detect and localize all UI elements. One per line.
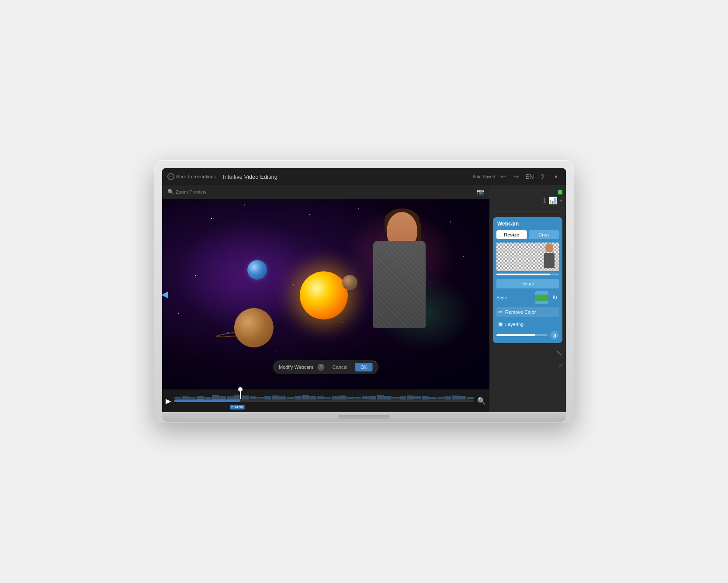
modify-webcam-bar: Modify Webcam ? Cancel OK xyxy=(273,360,379,374)
style-row: Style ↻ xyxy=(496,291,559,304)
tab-crop[interactable]: Crop xyxy=(529,230,559,239)
app-window: ↩ Back to recordings Intuitive Video Edi… xyxy=(162,168,566,412)
remove-color-label: Remove Color xyxy=(505,309,536,315)
screen-bezel: ↩ Back to recordings Intuitive Video Edi… xyxy=(162,168,566,412)
laptop-body: ↩ Back to recordings Intuitive Video Edi… xyxy=(154,160,574,423)
trackpad-notch xyxy=(338,415,390,419)
help-button[interactable]: ? xyxy=(538,172,548,181)
search-icon: 🔍 xyxy=(167,189,174,195)
timeline-bar xyxy=(174,399,474,402)
reset-button[interactable]: Reset xyxy=(496,279,559,288)
lang-selector[interactable]: EN xyxy=(525,172,534,181)
webcam-panel-title: Webcam xyxy=(496,221,559,227)
chart-icon[interactable]: 📊 xyxy=(548,196,557,205)
redo-button[interactable]: ↪ xyxy=(512,172,521,181)
undo-button[interactable]: ↩ xyxy=(499,172,508,181)
resize-cursor-icon[interactable]: ⤡ xyxy=(556,348,562,358)
back-button[interactable]: ↩ Back to recordings xyxy=(167,173,216,180)
size-slider[interactable] xyxy=(496,274,559,275)
zoom-preview-label: Zoom Preview xyxy=(176,189,206,194)
zoom-preview-control[interactable]: 🔍 Zoom Preview xyxy=(167,189,206,195)
modify-webcam-label: Modify Webcam xyxy=(279,364,313,370)
webcam-preview xyxy=(496,243,559,271)
green-status-dot xyxy=(558,190,562,194)
timeline: ▶ xyxy=(162,389,489,412)
person-shirt-pattern xyxy=(373,241,426,328)
layering-icon: ▣ xyxy=(498,321,503,327)
cancel-button[interactable]: Cancel xyxy=(329,363,351,371)
back-label: Back to recordings xyxy=(176,174,216,179)
opacity-row: ◑ xyxy=(496,331,559,340)
panel-icon-row-top xyxy=(493,190,562,194)
panel-icon-row-2: ℹ 📊 ▾ xyxy=(493,196,562,205)
remove-color-row[interactable]: ✂ Remove Color xyxy=(496,307,559,317)
tab-resize[interactable]: Resize xyxy=(496,230,527,239)
timeline-track[interactable]: 0:14.56 xyxy=(174,393,474,409)
chevron-down-icon[interactable]: ▾ xyxy=(560,198,562,204)
back-icon: ↩ xyxy=(167,173,174,180)
video-canvas: ◀ Modify Webcam ? Cancel OK xyxy=(162,199,489,389)
autosaved-label: Auto Saved xyxy=(472,174,495,179)
style-thumb-green xyxy=(535,295,548,301)
camera-button[interactable]: 📷 xyxy=(477,188,484,195)
saturn-planet xyxy=(234,308,274,347)
style-label: Style xyxy=(496,295,533,300)
title-bar-right: Auto Saved ↩ ↪ EN ? ▾ xyxy=(472,172,561,181)
preview-person xyxy=(541,243,557,270)
layering-label: Layering xyxy=(505,322,523,327)
ok-button[interactable]: OK xyxy=(355,363,373,371)
laptop-base xyxy=(162,412,566,422)
right-panel: ℹ 📊 ▾ Webcam Resize C xyxy=(489,185,566,412)
video-toolbar: 🔍 Zoom Preview 📷 xyxy=(162,185,489,199)
menu-button[interactable]: ▾ xyxy=(551,172,561,181)
webcam-card: Webcam Resize Crop xyxy=(493,217,562,343)
refresh-icon[interactable]: ↻ xyxy=(551,294,559,302)
timeline-search-icon[interactable]: 🔍 xyxy=(477,397,486,405)
video-area: 🔍 Zoom Preview 📷 xyxy=(162,185,489,412)
main-content: 🔍 Zoom Preview 📷 xyxy=(162,185,566,412)
app-title: Intuitive Video Editing xyxy=(223,174,472,180)
preview-body xyxy=(544,253,555,268)
blue-planet xyxy=(247,260,267,280)
modify-help-icon[interactable]: ? xyxy=(318,364,325,371)
opacity-icon[interactable]: ◑ xyxy=(550,331,559,340)
webcam-tabs: Resize Crop xyxy=(496,230,559,239)
play-button[interactable]: ▶ xyxy=(166,397,171,405)
layering-row[interactable]: ▣ Layering xyxy=(496,319,559,329)
remove-color-icon: ✂ xyxy=(498,309,503,315)
timeline-playhead[interactable] xyxy=(240,389,241,399)
panel-divider-1 xyxy=(493,212,562,212)
style-thumbnail[interactable] xyxy=(535,291,548,304)
laptop-container: ↩ Back to recordings Intuitive Video Edi… xyxy=(146,143,582,440)
panel-top-extras: ℹ 📊 ▾ xyxy=(493,188,562,206)
timeline-progress xyxy=(174,399,240,402)
video-left-arrow: ◀ xyxy=(162,289,168,299)
double-arrow-right-icon[interactable]: » xyxy=(559,361,562,368)
opacity-slider[interactable] xyxy=(496,334,548,336)
sun-planet xyxy=(300,271,348,319)
panel-bottom: ⤡ » xyxy=(493,347,562,409)
panel-bottom-icons: ⤡ xyxy=(493,348,562,358)
time-display: 0:14.56 xyxy=(230,405,244,409)
title-bar: ↩ Back to recordings Intuitive Video Edi… xyxy=(162,168,566,185)
preview-head xyxy=(545,243,553,252)
panel-nav-right: » xyxy=(493,361,562,368)
info-icon[interactable]: ℹ xyxy=(543,196,546,205)
